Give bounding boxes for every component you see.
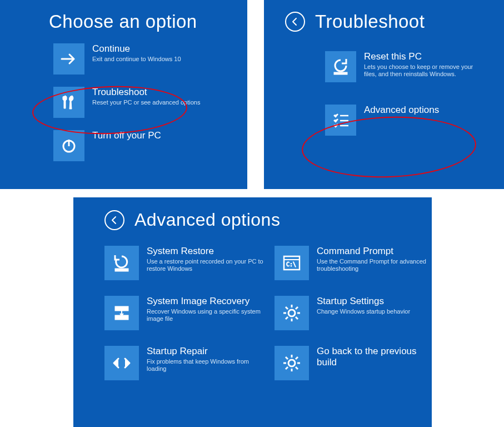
svg-line-26 xyxy=(286,357,288,359)
startup-repair-desc: Fix problems that keep Windows from load… xyxy=(147,358,263,374)
continue-tile[interactable]: Continue Exit and continue to Windows 10 xyxy=(53,43,236,75)
svg-line-20 xyxy=(296,307,298,309)
reset-icon xyxy=(325,51,356,82)
tools-icon xyxy=(53,87,84,118)
turn-off-tile[interactable]: Turn off your PC xyxy=(53,130,236,161)
continue-label: Continue xyxy=(92,43,181,54)
troubleshoot-label: Troubleshoot xyxy=(92,87,200,98)
back-button[interactable] xyxy=(104,210,124,230)
go-back-build-label: Go back to the previous build xyxy=(317,346,432,368)
svg-rect-6 xyxy=(115,269,128,271)
go-back-build-tile[interactable]: Go back to the previous build xyxy=(275,346,432,380)
system-restore-tile[interactable]: System Restore Use a restore point recor… xyxy=(104,246,266,280)
advanced-options-tile[interactable]: Advanced options xyxy=(325,105,493,136)
svg-line-18 xyxy=(296,317,298,319)
turn-off-label: Turn off your PC xyxy=(92,130,161,141)
power-icon xyxy=(53,130,84,161)
startup-settings-label: Startup Settings xyxy=(317,296,410,307)
gear-icon xyxy=(275,346,309,380)
system-restore-label: System Restore xyxy=(147,246,263,257)
page-title: Choose an option xyxy=(49,11,197,32)
startup-repair-label: Startup Repair xyxy=(147,346,263,357)
continue-desc: Exit and continue to Windows 10 xyxy=(92,56,181,63)
troubleshoot-desc: Reset your PC or see advanced options xyxy=(92,99,200,107)
prompt-icon: C:\ xyxy=(275,246,309,280)
arrow-right-icon xyxy=(53,43,84,75)
system-image-recovery-tile[interactable]: System Image Recovery Recover Windows us… xyxy=(104,296,266,330)
advanced-options-panel: Advanced options System Restore Use a re… xyxy=(73,197,432,427)
svg-point-21 xyxy=(288,360,295,366)
troubleshoot-tile[interactable]: Troubleshoot Reset your PC or see advanc… xyxy=(53,87,236,118)
system-image-recovery-desc: Recover Windows using a specific system … xyxy=(147,308,263,324)
svg-point-12 xyxy=(288,310,295,316)
svg-rect-10 xyxy=(115,306,128,311)
checklist-icon xyxy=(325,105,356,136)
svg-line-28 xyxy=(286,367,288,369)
choose-option-panel: Choose an option Continue Exit and conti… xyxy=(0,0,247,189)
startup-settings-desc: Change Windows startup behavior xyxy=(317,308,410,316)
startup-repair-tile[interactable]: Startup Repair Fix problems that keep Wi… xyxy=(104,346,266,380)
system-image-recovery-label: System Image Recovery xyxy=(147,296,263,307)
reset-pc-label: Reset this PC xyxy=(364,51,475,62)
page-title: Troubleshoot xyxy=(315,11,425,32)
command-prompt-desc: Use the Command Prompt for advanced trou… xyxy=(317,258,432,274)
svg-text:C:\: C:\ xyxy=(286,261,296,267)
svg-rect-2 xyxy=(334,72,347,75)
svg-line-29 xyxy=(296,357,298,359)
svg-line-27 xyxy=(296,367,298,369)
system-restore-desc: Use a restore point recorded on your PC … xyxy=(147,258,263,274)
startup-settings-tile[interactable]: Startup Settings Change Windows startup … xyxy=(275,296,432,330)
image-recovery-icon xyxy=(104,296,139,330)
advanced-options-label: Advanced options xyxy=(364,105,439,116)
back-button[interactable] xyxy=(285,12,305,32)
reset-pc-desc: Lets you choose to keep or remove your f… xyxy=(364,63,475,79)
code-icon xyxy=(104,346,139,380)
command-prompt-tile[interactable]: C:\ Command Prompt Use the Command Promp… xyxy=(275,246,432,280)
gear-icon xyxy=(275,296,309,330)
svg-line-17 xyxy=(286,307,288,309)
restore-icon xyxy=(104,246,139,280)
reset-pc-tile[interactable]: Reset this PC Lets you choose to keep or… xyxy=(325,51,493,82)
command-prompt-label: Command Prompt xyxy=(317,246,432,257)
page-title: Advanced options xyxy=(134,210,280,230)
svg-line-19 xyxy=(286,317,288,319)
troubleshoot-panel: Troubleshoot Reset this PC Lets you choo… xyxy=(264,0,504,189)
